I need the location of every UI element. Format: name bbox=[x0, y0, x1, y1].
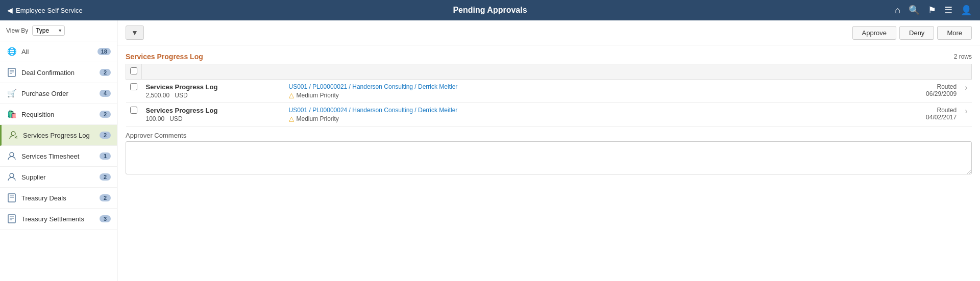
treasury-deals-icon bbox=[6, 192, 17, 203]
sidebar-item-all[interactable]: 🌐 All 18 bbox=[0, 41, 117, 62]
app-layout: View By Type Date Priority 🌐 All 18 Deal… bbox=[0, 20, 980, 281]
sidebar-item-treasury-deals[interactable]: Treasury Deals 2 bbox=[0, 188, 117, 209]
row-amount: 2,500.00 USD bbox=[146, 92, 281, 99]
treasury-settlements-icon bbox=[6, 213, 17, 224]
sidebar-item-badge: 2 bbox=[100, 194, 111, 201]
svg-rect-8 bbox=[8, 194, 15, 202]
supplier-icon bbox=[6, 171, 17, 183]
toolbar-left: ▼ bbox=[126, 25, 144, 40]
sidebar-item-badge: 2 bbox=[100, 69, 111, 76]
sidebar-item-services-progress-log[interactable]: Services Progress Log 2 bbox=[0, 125, 117, 146]
sidebar-item-deal-confirmation[interactable]: Deal Confirmation 2 bbox=[0, 62, 117, 83]
sidebar-item-label: Treasury Settlements bbox=[21, 215, 100, 223]
warning-icon: △ bbox=[289, 91, 294, 99]
comments-section: Approver Comments bbox=[126, 126, 972, 176]
search-icon[interactable]: 🔍 bbox=[905, 3, 923, 18]
row-count: 2 rows bbox=[954, 53, 972, 60]
sidebar-item-badge: 2 bbox=[100, 173, 111, 181]
row-path: US001 / PL00000024 / Handerson Consultin… bbox=[289, 107, 835, 114]
viewby-select[interactable]: Type Date Priority bbox=[32, 25, 65, 36]
row-date: 06/29/2009 bbox=[843, 90, 957, 97]
content-area: Services Progress Log 2 rows bbox=[117, 45, 980, 281]
warning-icon: △ bbox=[289, 115, 294, 122]
row-status-cell: Routed 06/29/2009 bbox=[839, 80, 961, 103]
row-main-info: Services Progress Log 2,500.00 USD bbox=[146, 83, 281, 99]
sidebar-item-label: All bbox=[21, 48, 97, 56]
svg-rect-0 bbox=[8, 68, 15, 76]
comments-textarea[interactable] bbox=[126, 141, 972, 174]
row-info-cell: Services Progress Log 2,500.00 USD bbox=[142, 80, 285, 103]
row-arrow-cell[interactable]: › bbox=[961, 103, 971, 126]
sidebar-item-label: Requisition bbox=[21, 111, 100, 118]
home-icon[interactable]: ⌂ bbox=[892, 3, 903, 18]
table-row: Services Progress Log 2,500.00 USD US001… bbox=[126, 80, 972, 103]
svg-point-7 bbox=[10, 173, 14, 177]
row-info-cell: Services Progress Log 100.00 USD bbox=[142, 103, 285, 126]
row-amount: 100.00 USD bbox=[146, 115, 281, 122]
flag-icon[interactable]: ⚑ bbox=[925, 3, 939, 18]
toolbar: ▼ Approve Deny More bbox=[117, 20, 980, 45]
sidebar: View By Type Date Priority 🌐 All 18 Deal… bbox=[0, 20, 117, 281]
timesheet-icon bbox=[6, 150, 17, 162]
sidebar-item-badge: 18 bbox=[97, 48, 111, 55]
header-icons: ⌂ 🔍 ⚑ ☰ 👤 bbox=[892, 3, 980, 18]
row-date: 04/02/2017 bbox=[843, 114, 957, 121]
viewby-row: View By Type Date Priority bbox=[0, 20, 117, 41]
sidebar-item-badge: 1 bbox=[100, 152, 111, 160]
deny-button[interactable]: Deny bbox=[899, 26, 934, 40]
row-path: US001 / PL00000021 / Handerson Consultin… bbox=[289, 83, 835, 90]
user-icon[interactable]: 👤 bbox=[958, 3, 975, 18]
sidebar-item-label: Services Timesheet bbox=[21, 152, 100, 160]
section-title: Services Progress Log bbox=[126, 53, 203, 61]
globe-icon: 🌐 bbox=[6, 46, 17, 57]
sidebar-item-badge: 2 bbox=[100, 111, 111, 118]
row-checkbox-cell bbox=[126, 80, 142, 103]
svg-point-6 bbox=[10, 152, 14, 157]
priority-label: Medium Priority bbox=[297, 92, 339, 99]
sidebar-item-supplier[interactable]: Supplier 2 bbox=[0, 167, 117, 188]
svg-rect-11 bbox=[8, 215, 15, 223]
app-title: Employee Self Service bbox=[16, 7, 83, 14]
row-checkbox[interactable] bbox=[130, 107, 137, 114]
header: ◀ Employee Self Service Pending Approval… bbox=[0, 0, 980, 20]
approval-table: Services Progress Log 2,500.00 USD US001… bbox=[126, 64, 972, 126]
row-title: Services Progress Log bbox=[146, 107, 281, 114]
sidebar-item-requisition[interactable]: 🛍️ Requisition 2 bbox=[0, 104, 117, 125]
row-path-cell: US001 / PL00000021 / Handerson Consultin… bbox=[285, 80, 839, 103]
sidebar-item-label: Deal Confirmation bbox=[21, 69, 100, 76]
more-button[interactable]: More bbox=[937, 26, 972, 40]
toolbar-right: Approve Deny More bbox=[852, 26, 972, 40]
approve-button[interactable]: Approve bbox=[852, 26, 896, 40]
sidebar-item-services-timesheet[interactable]: Services Timesheet 1 bbox=[0, 146, 117, 167]
sidebar-item-label: Purchase Order bbox=[21, 90, 100, 97]
filter-button[interactable]: ▼ bbox=[126, 25, 144, 40]
progress-log-icon bbox=[8, 130, 19, 141]
row-title: Services Progress Log bbox=[146, 83, 281, 91]
deal-icon bbox=[6, 67, 17, 78]
sidebar-item-label: Supplier bbox=[21, 173, 100, 181]
row-priority: △ Medium Priority bbox=[289, 91, 835, 99]
row-status: Routed bbox=[843, 107, 957, 114]
back-arrow-icon: ◀ bbox=[7, 6, 13, 14]
menu-icon[interactable]: ☰ bbox=[941, 3, 955, 18]
sidebar-item-badge: 2 bbox=[100, 132, 111, 139]
sidebar-item-badge: 3 bbox=[100, 215, 111, 222]
sidebar-item-badge: 4 bbox=[100, 90, 111, 97]
row-checkbox[interactable] bbox=[130, 83, 137, 90]
sidebar-item-treasury-settlements[interactable]: Treasury Settlements 3 bbox=[0, 209, 117, 229]
select-all-checkbox[interactable] bbox=[130, 67, 137, 74]
main-content: ▼ Approve Deny More Services Progress Lo… bbox=[117, 20, 980, 281]
sidebar-item-label: Treasury Deals bbox=[21, 194, 100, 202]
table-row: Services Progress Log 100.00 USD US001 /… bbox=[126, 103, 972, 126]
sidebar-item-purchase-order[interactable]: 🛒 Purchase Order 4 bbox=[0, 83, 117, 104]
row-arrow-cell[interactable]: › bbox=[961, 80, 971, 103]
row-path-cell: US001 / PL00000024 / Handerson Consultin… bbox=[285, 103, 839, 126]
header-checkbox-cell bbox=[126, 64, 142, 80]
page-title: Pending Approvals bbox=[453, 6, 527, 15]
requisition-icon: 🛍️ bbox=[6, 109, 17, 120]
table-header-row bbox=[126, 64, 972, 80]
row-checkbox-cell bbox=[126, 103, 142, 126]
comments-label: Approver Comments bbox=[126, 132, 972, 139]
row-main-info: Services Progress Log 100.00 USD bbox=[146, 107, 281, 122]
back-nav[interactable]: ◀ Employee Self Service bbox=[0, 6, 107, 14]
